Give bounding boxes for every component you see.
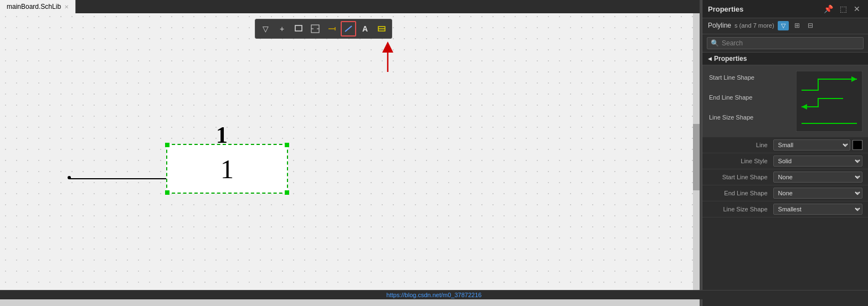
properties-panel: Properties 📌 ⬚ ✕ Polyline s (and 7 more)…: [702, 0, 868, 306]
search-input[interactable]: [722, 39, 860, 47]
select-all-btn[interactable]: ⊞: [792, 20, 802, 30]
canvas-area[interactable]: mainBoard.SchLib ✕ ▽ + A: [0, 0, 700, 306]
component-wire: [69, 178, 166, 179]
text-tool-btn[interactable]: A: [357, 21, 373, 37]
polyline-tool-btn[interactable]: [341, 21, 356, 37]
rect-tool-btn[interactable]: [291, 21, 306, 37]
line-size-shape-label: Line Size Shape: [708, 206, 773, 212]
end-shape-label: End Line Shape: [708, 190, 773, 196]
line-size-shape-dropdown[interactable]: Smallest Small Medium Large: [773, 204, 862, 215]
panel-close-btn[interactable]: ✕: [851, 3, 862, 14]
line-dropdown-wrapper: Small Medium Large: [773, 139, 850, 151]
canvas-scrollbar-h[interactable]: [0, 299, 693, 306]
search-bar: 🔍: [702, 34, 868, 53]
line-prop-control: Small Medium Large: [773, 139, 862, 151]
start-shape-control: None Arrow: [773, 172, 862, 183]
component-label: 1: [220, 154, 234, 184]
tab-label: mainBoard.SchLib: [7, 3, 61, 11]
filter-selection-btn[interactable]: ▽: [778, 21, 789, 30]
toolbar: ▽ + A: [255, 19, 392, 39]
panel-header: Properties 📌 ⬚ ✕: [702, 0, 868, 18]
prop-row-start-shape: Start Line Shape None Arrow: [702, 169, 868, 185]
prop-row-line: Line Small Medium Large: [702, 137, 868, 153]
polyline-selection-info: s (and 7 more): [735, 22, 774, 29]
section-collapse-icon: ◀: [708, 56, 712, 61]
canvas-scrollbar-v[interactable]: [693, 13, 700, 306]
component-wrapper: 1 1: [166, 144, 288, 194]
tab-bar: mainBoard.SchLib ✕: [0, 0, 700, 13]
panel-header-controls: 📌 ⬚ ✕: [821, 3, 862, 14]
line-prop-label: Line: [708, 142, 773, 148]
line-style-dropdown[interactable]: Solid Dashed Dotted: [773, 155, 862, 167]
start-line-label: Start Line Shape: [709, 74, 754, 81]
line-dropdown[interactable]: Small Medium Large: [773, 139, 850, 151]
line-style-control: Solid Dashed Dotted: [773, 155, 862, 167]
status-bar[interactable]: https://blog.csdn.net/m0_37872216: [0, 290, 868, 299]
prop-row-end-shape: End Line Shape None Arrow: [702, 185, 868, 201]
bus-tool-btn[interactable]: [374, 21, 389, 37]
line-style-label: Line Style: [708, 158, 773, 164]
panel-pin-btn[interactable]: 📌: [821, 3, 835, 14]
search-icon: 🔍: [711, 39, 719, 47]
status-link: https://blog.csdn.net/m0_37872216: [387, 292, 482, 298]
section-header-properties[interactable]: ◀ Properties: [702, 53, 868, 65]
tab-close-icon[interactable]: ✕: [64, 4, 69, 10]
arrow-svg: [371, 42, 404, 75]
start-shape-label: Start Line Shape: [708, 174, 773, 180]
component-tool-btn[interactable]: [307, 21, 323, 37]
pin-tool-btn[interactable]: [324, 21, 340, 37]
end-line-label: End Line Shape: [709, 94, 752, 101]
panel-float-btn[interactable]: ⬚: [838, 3, 849, 14]
end-shape-dropdown-wrapper: None Arrow: [773, 188, 862, 199]
section-label: Properties: [714, 55, 747, 63]
start-shape-dropdown-wrapper: None Arrow: [773, 172, 862, 183]
filter-tool-btn[interactable]: ▽: [258, 21, 273, 37]
arrow-annotation: [371, 42, 404, 77]
start-shape-dropdown[interactable]: None Arrow: [773, 172, 862, 183]
prop-row-line-size-shape: Line Size Shape Smallest Small Medium La…: [702, 201, 868, 217]
end-shape-control: None Arrow: [773, 188, 862, 199]
corner-handle-bl[interactable]: [165, 190, 170, 195]
line-size-label: Line Size Shape: [709, 114, 753, 121]
component-box[interactable]: 1: [166, 144, 288, 194]
prop-row-line-style: Line Style Solid Dashed Dotted: [702, 153, 868, 169]
polyline-type-label: Polyline: [708, 22, 731, 29]
deselect-btn[interactable]: ⊟: [805, 20, 815, 30]
line-size-shape-dropdown-wrapper: Smallest Small Medium Large: [773, 204, 862, 215]
scrollbar-thumb-v[interactable]: [693, 124, 700, 190]
line-style-dropdown-wrapper: Solid Dashed Dotted: [773, 155, 862, 167]
active-tab[interactable]: mainBoard.SchLib ✕: [0, 0, 76, 13]
end-shape-dropdown[interactable]: None Arrow: [773, 188, 862, 199]
corner-handle-br[interactable]: [285, 190, 289, 195]
shape-preview: Start Line Shape End Line Shape Line Siz…: [702, 65, 868, 137]
add-tool-btn[interactable]: +: [274, 21, 290, 37]
line-color-swatch[interactable]: [852, 140, 862, 150]
polyline-info-row: Polyline s (and 7 more) ▽ ⊞ ⊟: [702, 18, 868, 34]
svg-line-6: [345, 26, 352, 32]
svg-rect-0: [295, 25, 302, 31]
shape-preview-svg: [796, 71, 862, 132]
panel-title: Properties: [708, 5, 743, 13]
line-size-shape-control: Smallest Small Medium Large: [773, 204, 862, 215]
search-input-wrapper: 🔍: [707, 37, 864, 49]
